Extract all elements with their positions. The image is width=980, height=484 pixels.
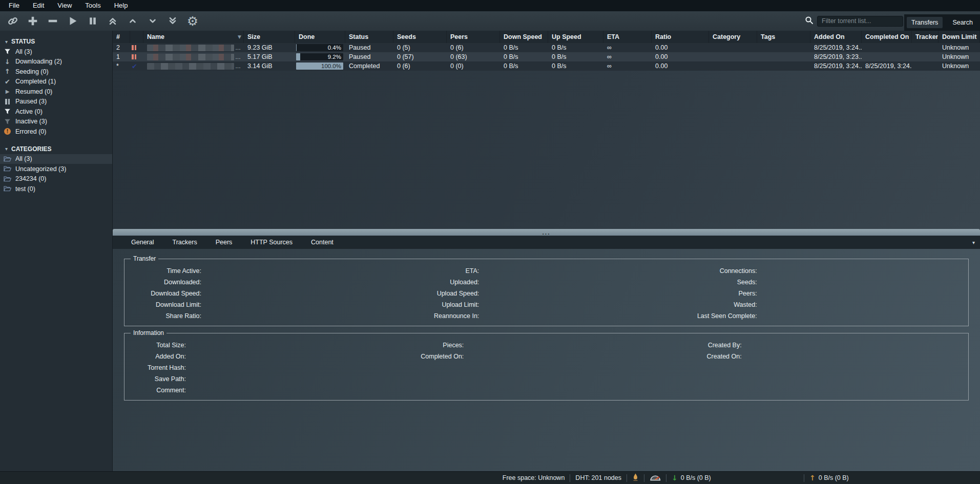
categories-section-header[interactable]: ▾ CATEGORIES: [0, 144, 112, 154]
add-torrent-link-button[interactable]: [5, 13, 20, 29]
field-label: Comment:: [130, 387, 186, 394]
tab-transfers[interactable]: Transfers: [907, 17, 943, 28]
delete-torrent-button[interactable]: [45, 13, 60, 29]
tab-general[interactable]: General: [122, 236, 163, 249]
status-section-header[interactable]: ▾ STATUS: [0, 36, 112, 47]
menu-file[interactable]: File: [2, 0, 26, 11]
sidebar-status-all[interactable]: All (3): [0, 47, 112, 57]
tab-search[interactable]: Search: [948, 17, 977, 28]
column-header-seeds[interactable]: Seeds: [393, 31, 447, 43]
sidebar-status-downloading[interactable]: ↓ Downloading (2): [0, 57, 112, 67]
column-header-tracker[interactable]: Tracker: [912, 31, 939, 43]
column-header-added-on[interactable]: Added On: [810, 31, 862, 43]
column-header-down-limit[interactable]: Down Limit: [939, 31, 980, 43]
resume-button[interactable]: [65, 13, 80, 29]
torrent-row[interactable]: 1 5.17 GiB 9.2% Paused 0 (57) 0 (63) 0 B…: [113, 52, 980, 61]
global-upload-speed[interactable]: ↑ 0 B/s (0 B): [809, 474, 914, 482]
field-label: Pieces:: [407, 342, 464, 349]
column-header-number[interactable]: #: [113, 31, 130, 43]
information-section: Information Total Size: Pieces: Created …: [124, 329, 969, 401]
move-up-button[interactable]: [125, 13, 140, 29]
filter-torrent-input[interactable]: [817, 16, 903, 27]
download-arrow-icon: ↓: [672, 474, 678, 482]
field-label: Seeds:: [685, 279, 757, 286]
field-label: Created By:: [685, 342, 742, 349]
menu-edit[interactable]: Edit: [26, 0, 51, 11]
column-header-peers[interactable]: Peers: [447, 31, 500, 43]
global-download-speed[interactable]: ↓ 0 B/s (0 B): [672, 474, 799, 482]
link-icon: [7, 15, 18, 27]
menu-view[interactable]: View: [51, 0, 78, 11]
pause-icon: [3, 99, 12, 104]
column-header-size[interactable]: Size: [244, 31, 295, 43]
sidebar-status-paused[interactable]: Paused (3): [0, 97, 112, 107]
torrent-name-redacted: [143, 54, 244, 60]
field-label: Peers:: [685, 290, 757, 297]
column-header-up-speed[interactable]: Up Speed: [548, 31, 603, 43]
column-header-tags[interactable]: Tags: [757, 31, 810, 43]
play-icon: ▶: [3, 89, 12, 94]
move-bottom-button[interactable]: [165, 13, 180, 29]
sidebar-status-resumed[interactable]: ▶ Resumed (0): [0, 87, 112, 97]
sidebar-category-all[interactable]: All (3): [0, 154, 112, 164]
options-button[interactable]: ⚙: [185, 13, 200, 29]
move-down-button[interactable]: [145, 13, 160, 29]
field-label: Downloaded:: [130, 279, 201, 286]
sidebar-status-completed[interactable]: ✔ Completed (1): [0, 77, 112, 87]
column-header-done[interactable]: Done: [295, 31, 345, 43]
field-label: Last Seen Complete:: [685, 312, 757, 320]
column-header-ratio[interactable]: Ratio: [652, 31, 709, 43]
sidebar-status-active[interactable]: Active (0): [0, 107, 112, 117]
sidebar-category-uncategorized[interactable]: Uncategorized (3): [0, 164, 112, 174]
play-icon: [67, 15, 78, 27]
sidebar-category-234234[interactable]: 234234 (0): [0, 174, 112, 184]
sidebar-category-test[interactable]: test (0): [0, 184, 112, 194]
torrent-name-redacted: [143, 45, 244, 51]
check-icon: ✔: [3, 78, 12, 85]
tab-http-sources[interactable]: HTTP Sources: [241, 236, 302, 249]
pause-button[interactable]: [85, 13, 100, 29]
completed-check-icon: ✔: [130, 63, 143, 70]
torrent-row[interactable]: 2 9.23 GiB 0.4% Paused 0 (5) 0 (6) 0 B/s…: [113, 43, 980, 52]
add-torrent-file-button[interactable]: [25, 13, 40, 29]
connection-status-button[interactable]: [632, 473, 639, 483]
sidebar-status-errored[interactable]: ! Errored (0): [0, 127, 112, 137]
status-bar: Free space: Unknown DHT: 201 nodes ↓ 0 B…: [0, 471, 980, 484]
tab-trackers[interactable]: Trackers: [163, 236, 206, 249]
column-header-down-speed[interactable]: Down Speed: [500, 31, 548, 43]
column-header-status[interactable]: Status: [345, 31, 393, 43]
field-label: Uploaded:: [407, 279, 479, 286]
double-chevron-up-icon: [108, 16, 118, 26]
move-top-button[interactable]: [105, 13, 120, 29]
menu-tools[interactable]: Tools: [78, 0, 107, 11]
column-header-category[interactable]: Category: [709, 31, 757, 43]
field-label: Connections:: [685, 267, 757, 275]
sidebar-status-inactive[interactable]: Inactive (3): [0, 117, 112, 127]
alt-speed-limits-toggle[interactable]: [650, 473, 661, 482]
arrow-up-icon: ↑: [3, 68, 12, 75]
panel-resize-splitter[interactable]: ...: [113, 229, 980, 236]
field-label: Time Active:: [130, 267, 201, 275]
column-header-eta[interactable]: ETA: [603, 31, 652, 43]
paused-state-icon: [130, 54, 143, 59]
double-chevron-down-icon: [168, 16, 178, 26]
splitter-grip: ...: [542, 231, 550, 234]
folder-icon: [3, 185, 12, 192]
field-label: Completed On:: [407, 353, 464, 360]
general-tab-panel: Transfer Time Active: ETA: Connections: …: [113, 249, 980, 471]
column-header-name[interactable]: Name ▼: [143, 31, 244, 43]
tab-content[interactable]: Content: [302, 236, 343, 249]
progress-bar: 100.0%: [296, 62, 343, 70]
sidebar-status-seeding[interactable]: ↑ Seeding (0): [0, 67, 112, 77]
column-header-state[interactable]: [130, 31, 143, 43]
divider: [627, 474, 627, 482]
filter-dim-icon: [3, 118, 12, 125]
plus-icon: [27, 15, 38, 27]
panel-collapse-chevron-icon[interactable]: ▾: [972, 240, 975, 245]
menu-help[interactable]: Help: [108, 0, 135, 11]
torrent-row[interactable]: * ✔ 3.14 GiB 100.0% Completed 0 (6) 0 (0…: [113, 61, 980, 71]
tab-peers[interactable]: Peers: [206, 236, 242, 249]
column-header-completed-on[interactable]: Completed On: [862, 31, 912, 43]
progress-bar: 9.2%: [296, 53, 343, 60]
collapse-caret-icon: ▾: [5, 39, 8, 45]
